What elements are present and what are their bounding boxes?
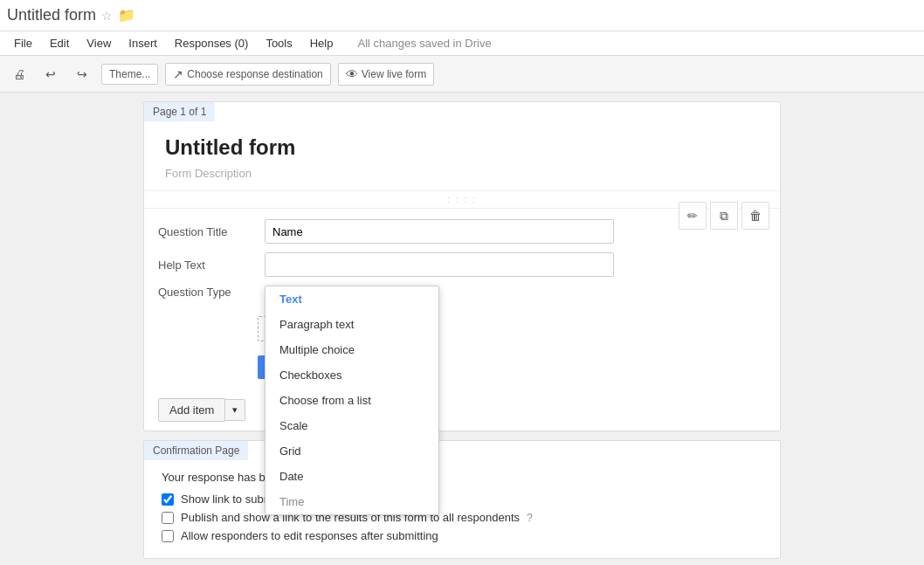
add-item-arrow-button[interactable]: ▾ xyxy=(225,399,245,421)
view-live-icon: 👁 xyxy=(346,67,358,81)
menu-view[interactable]: View xyxy=(79,35,118,52)
add-item-button[interactable]: Add item xyxy=(158,398,225,422)
print-button[interactable]: 🖨 xyxy=(7,62,31,86)
help-text-row: Help Text xyxy=(158,252,766,277)
page-indicator: Page 1 of 1 xyxy=(144,102,215,121)
menu-insert[interactable]: Insert xyxy=(121,35,164,52)
menu-help[interactable]: Help xyxy=(303,35,341,52)
type-paragraph[interactable]: Paragraph text xyxy=(265,312,438,337)
type-grid[interactable]: Grid xyxy=(265,438,438,464)
checkbox-row-1: Publish and show a link to the results o… xyxy=(162,511,762,524)
theme-label: Theme... xyxy=(109,68,150,80)
type-time[interactable]: Time xyxy=(265,489,438,514)
confirmation-card: Confirmation Page Your response has been… xyxy=(143,440,781,559)
redo-button[interactable]: ↪ xyxy=(70,62,94,86)
type-scale[interactable]: Scale xyxy=(265,413,438,438)
question-actions: ✏ ⧉ 🗑 xyxy=(679,202,769,230)
type-text[interactable]: Text xyxy=(265,286,438,312)
confirmation-text: Your response has been recorded. xyxy=(162,471,762,484)
checkbox-1[interactable] xyxy=(162,512,174,524)
menu-responses[interactable]: Responses (0) xyxy=(168,35,256,52)
checkbox-2[interactable] xyxy=(162,530,174,542)
response-icon: ↗ xyxy=(173,67,183,81)
type-multiple-choice[interactable]: Multiple choice xyxy=(265,337,438,362)
question-type-label: Question Type xyxy=(158,286,254,299)
toolbar: 🖨 ↩ ↪ Theme... ↗ Choose response destina… xyxy=(0,56,924,93)
checkbox-row-2: Allow responders to edit responses after… xyxy=(162,529,762,542)
edit-button[interactable]: ✏ xyxy=(679,202,707,230)
question-title-input[interactable] xyxy=(265,219,614,244)
done-area: Done xyxy=(144,348,780,389)
copy-button[interactable]: ⧉ xyxy=(710,202,738,230)
menu-tools[interactable]: Tools xyxy=(259,35,299,52)
star-icon[interactable]: ☆ xyxy=(101,9,113,23)
confirmation-tab: Confirmation Page xyxy=(144,441,248,460)
question-type-row: Question Type Text Paragraph text Multip… xyxy=(158,286,766,299)
checkbox-0[interactable] xyxy=(162,493,174,506)
menu-edit[interactable]: Edit xyxy=(43,35,76,52)
add-item-area: Add item ▾ xyxy=(144,389,780,431)
undo-button[interactable]: ↩ xyxy=(38,62,63,86)
form-title: Untitled form xyxy=(165,135,759,160)
type-date[interactable]: Date xyxy=(265,464,438,489)
choose-response-button[interactable]: ↗ Choose response destination xyxy=(165,63,330,86)
view-live-label: View live form xyxy=(362,68,426,80)
help-icon-1[interactable]: ? xyxy=(527,512,533,524)
checkbox-row-0: Show link to submit another response xyxy=(162,493,762,506)
menu-bar: File Edit View Insert Responses (0) Tool… xyxy=(0,31,924,56)
question-title-row: Question Title xyxy=(158,219,766,244)
question-section: : : : : ✏ ⧉ 🗑 Question Title Help Text xyxy=(144,191,780,389)
question-title-label: Question Title xyxy=(158,225,254,238)
help-text-input[interactable] xyxy=(265,252,614,277)
help-text-label: Help Text xyxy=(158,258,254,272)
confirmation-body: Your response has been recorded. Show li… xyxy=(144,460,780,558)
menu-file[interactable]: File xyxy=(7,35,39,52)
type-choose-list[interactable]: Choose from a list xyxy=(265,388,438,413)
form-description: Form Description xyxy=(165,167,759,180)
view-live-button[interactable]: 👁 View live form xyxy=(338,63,434,86)
delete-button[interactable]: 🗑 xyxy=(741,202,769,230)
question-type-dropdown[interactable]: Text Paragraph text Multiple choice Chec… xyxy=(265,286,439,515)
theme-button[interactable]: Theme... xyxy=(101,64,158,85)
save-status: All changes saved in Drive xyxy=(357,37,491,50)
form-header: Untitled form Form Description xyxy=(144,121,780,191)
checkbox-label-2: Allow responders to edit responses after… xyxy=(181,529,438,542)
answer-preview: Their answer xyxy=(144,307,780,348)
title-bar: Untitled form ☆ 📁 xyxy=(0,0,924,31)
type-checkboxes[interactable]: Checkboxes xyxy=(265,362,438,388)
folder-icon[interactable]: 📁 xyxy=(118,7,135,24)
main-content: Page 1 of 1 Untitled form Form Descripti… xyxy=(0,93,924,565)
choose-response-label: Choose response destination xyxy=(187,68,322,80)
form-card: Page 1 of 1 Untitled form Form Descripti… xyxy=(143,101,781,431)
app-title: Untitled form xyxy=(7,6,96,24)
